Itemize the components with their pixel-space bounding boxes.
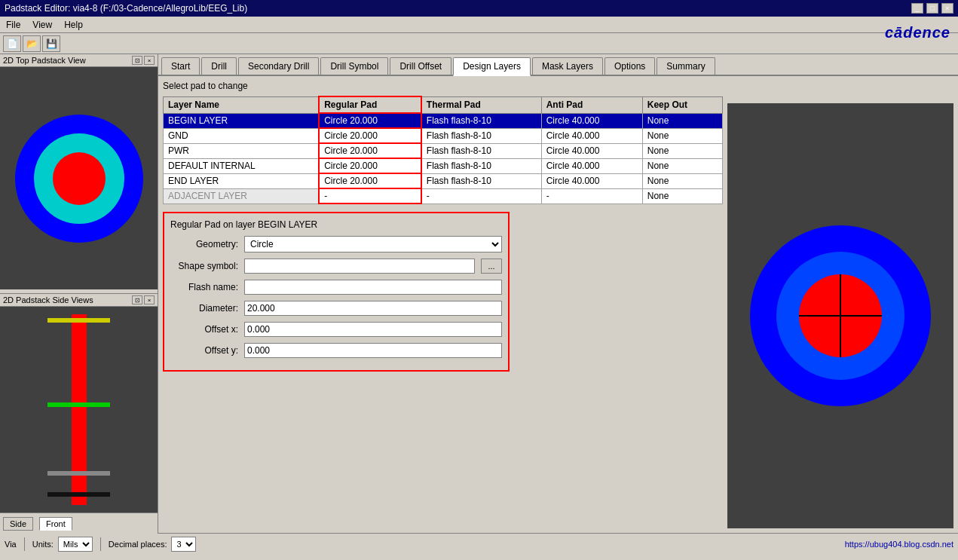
decimal-label: Decimal places: — [109, 540, 167, 549]
side-view-title: 2D Padstack Side Views — [3, 295, 93, 304]
offset-x-input[interactable] — [244, 322, 502, 337]
table-cell: Circle 20.000 — [319, 113, 421, 128]
table-cell: Circle 40.000 — [541, 113, 642, 128]
col-keep-out: Keep Out — [642, 96, 722, 113]
layer-bar-yellow — [47, 318, 111, 323]
table-cell: END LAYER — [164, 173, 320, 188]
geometry-select[interactable]: Circle — [244, 236, 502, 252]
flash-name-input[interactable] — [244, 280, 502, 295]
col-layer-name: Layer Name — [164, 96, 320, 113]
table-cell: GND — [164, 128, 320, 143]
side-view-restore[interactable]: ⊡ — [132, 295, 142, 304]
units-select[interactable]: Mils — [58, 537, 93, 552]
table-row[interactable]: BEGIN LAYERCircle 20.000Flash flash-8-10… — [164, 113, 723, 128]
separator-1 — [24, 537, 25, 551]
rv-outer-circle — [750, 225, 931, 406]
statusbar: Via Units: Mils Decimal places: 3 https:… — [0, 533, 958, 554]
table-row[interactable]: ADJACENT LAYER---None — [164, 188, 723, 203]
table-cell: Flash flash-8-10 — [421, 113, 541, 128]
menu-view[interactable]: View — [29, 19, 55, 31]
side-bottom: Side Front — [0, 513, 158, 534]
diameter-label: Diameter: — [170, 303, 238, 314]
layer-bar-black — [47, 492, 111, 497]
tab-summary[interactable]: Summary — [657, 57, 715, 75]
main-layout: 2D Top Padstack View ⊡ × 2D Padstack Sid… — [0, 54, 958, 533]
side-view-canvas — [0, 307, 158, 513]
geometry-row: Geometry: Circle — [170, 236, 502, 252]
table-cell: Flash flash-8-10 — [421, 158, 541, 173]
tab-start[interactable]: Start — [161, 57, 200, 75]
tab-secondary-drill[interactable]: Secondary Drill — [238, 57, 319, 75]
table-cell: Flash flash-8-10 — [421, 143, 541, 158]
table-cell: Circle 40.000 — [541, 173, 642, 188]
shape-symbol-input[interactable] — [244, 259, 475, 274]
tab-design-layers[interactable]: Design Layers — [453, 57, 531, 76]
table-row[interactable]: GNDCircle 20.000Flash flash-8-10Circle 4… — [164, 128, 723, 143]
offset-y-input[interactable] — [244, 343, 502, 358]
table-cell: - — [421, 188, 541, 203]
open-button[interactable]: 📂 — [23, 35, 41, 52]
tab-front[interactable]: Front — [39, 517, 72, 531]
cadence-logo: cādence — [885, 24, 950, 41]
minimize-button[interactable]: _ — [911, 3, 923, 14]
close-button[interactable]: × — [941, 3, 953, 14]
tv-middle-circle — [34, 133, 124, 224]
left-panels: 2D Top Padstack View ⊡ × 2D Padstack Sid… — [0, 54, 158, 533]
table-cell: None — [642, 143, 722, 158]
diameter-input[interactable] — [244, 301, 502, 316]
diameter-row: Diameter: — [170, 301, 502, 316]
decimal-select[interactable]: 3 — [171, 537, 196, 552]
table-cell: Circle 40.000 — [541, 128, 642, 143]
titlebar: Padstack Editor: via4-8 (F:/03-Cadence/A… — [0, 0, 958, 17]
via-label: Via — [5, 540, 17, 549]
table-row[interactable]: DEFAULT INTERNALCircle 20.000Flash flash… — [164, 158, 723, 173]
toolbar: 📄 📂 💾 — [0, 33, 958, 54]
table-row[interactable]: END LAYERCircle 20.000Flash flash-8-10Ci… — [164, 173, 723, 188]
maximize-button[interactable]: □ — [926, 3, 938, 14]
tab-mask-layers[interactable]: Mask Layers — [532, 57, 603, 75]
content-area: Select pad to change Layer Name Regular … — [158, 76, 958, 533]
menu-file[interactable]: File — [3, 19, 23, 31]
table-cell: BEGIN LAYER — [164, 113, 320, 128]
table-cell: ADJACENT LAYER — [164, 188, 320, 203]
tab-options[interactable]: Options — [604, 57, 655, 75]
tab-side[interactable]: Side — [3, 517, 33, 531]
status-url: https://ubug404.blog.csdn.net — [845, 540, 953, 549]
rv-middle-circle — [776, 252, 904, 380]
form-area: Select pad to change Layer Name Regular … — [163, 81, 723, 528]
top-view-canvas — [0, 67, 158, 289]
shape-symbol-row: Shape symbol: ... — [170, 259, 502, 274]
tv-inner-circle — [53, 152, 106, 205]
side-view-panel: 2D Padstack Side Views ⊡ × — [0, 294, 158, 533]
table-cell: - — [319, 188, 421, 203]
table-cell: None — [642, 173, 722, 188]
tab-drill[interactable]: Drill — [201, 57, 237, 75]
table-row[interactable]: PWRCircle 20.000Flash flash-8-10Circle 4… — [164, 143, 723, 158]
shape-symbol-browse-button[interactable]: ... — [481, 259, 502, 274]
tab-drill-symbol[interactable]: Drill Symbol — [320, 57, 388, 75]
rv-inner-circle — [799, 274, 882, 357]
table-cell: None — [642, 128, 722, 143]
new-button[interactable]: 📄 — [3, 35, 21, 52]
col-regular-pad: Regular Pad — [319, 96, 421, 113]
side-view-header: 2D Padstack Side Views ⊡ × — [0, 294, 158, 307]
top-view-restore[interactable]: ⊡ — [132, 56, 142, 65]
table-cell: Circle 20.000 — [319, 158, 421, 173]
side-view-controls: ⊡ × — [132, 295, 155, 304]
layer-bar-gray — [47, 471, 111, 476]
menu-help[interactable]: Help — [61, 19, 86, 31]
top-view-close[interactable]: × — [144, 56, 155, 65]
table-cell: Circle 40.000 — [541, 143, 642, 158]
layer-bar-green — [47, 402, 111, 407]
save-button[interactable]: 💾 — [42, 35, 60, 52]
tabs-bar: Start Drill Secondary Drill Drill Symbol… — [158, 54, 958, 76]
top-view-panel: 2D Top Padstack View ⊡ × — [0, 54, 158, 294]
top-view-controls: ⊡ × — [132, 56, 155, 65]
tab-drill-offset[interactable]: Drill Offset — [390, 57, 451, 75]
side-view-close[interactable]: × — [144, 295, 155, 304]
table-cell: Circle 20.000 — [319, 128, 421, 143]
units-label: Units: — [32, 540, 54, 549]
top-view-header: 2D Top Padstack View ⊡ × — [0, 54, 158, 67]
table-cell: Circle 20.000 — [319, 173, 421, 188]
table-cell: None — [642, 113, 722, 128]
